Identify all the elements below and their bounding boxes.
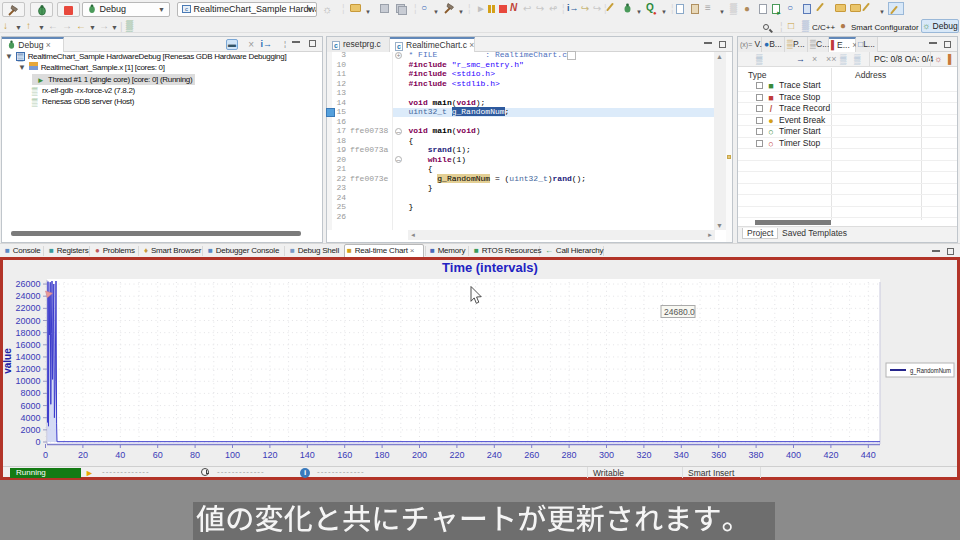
svg-text:0: 0 <box>43 450 48 460</box>
svg-text:18000: 18000 <box>15 328 40 338</box>
svg-text:12000: 12000 <box>15 364 40 374</box>
svg-text:16000: 16000 <box>15 340 40 350</box>
svg-text:value: value <box>3 348 13 374</box>
svg-text:160: 160 <box>337 450 352 460</box>
svg-text:360: 360 <box>711 450 726 460</box>
svg-text:24680.0: 24680.0 <box>664 307 695 317</box>
svg-text:20: 20 <box>78 450 88 460</box>
svg-text:380: 380 <box>749 450 764 460</box>
svg-text:2000: 2000 <box>20 425 40 435</box>
svg-text:60: 60 <box>153 450 163 460</box>
svg-text:180: 180 <box>375 450 390 460</box>
svg-text:24000: 24000 <box>15 291 40 301</box>
svg-text:10000: 10000 <box>15 376 40 386</box>
svg-text:260: 260 <box>524 450 539 460</box>
svg-text:20000: 20000 <box>15 316 40 326</box>
svg-text:200: 200 <box>412 450 427 460</box>
svg-text:26000: 26000 <box>15 279 40 289</box>
svg-text:220: 220 <box>449 450 464 460</box>
svg-text:280: 280 <box>562 450 577 460</box>
svg-text:6000: 6000 <box>20 401 40 411</box>
svg-text:140: 140 <box>300 450 315 460</box>
svg-text:300: 300 <box>599 450 614 460</box>
svg-text:340: 340 <box>674 450 689 460</box>
svg-text:100: 100 <box>225 450 240 460</box>
svg-text:0: 0 <box>35 437 40 447</box>
svg-text:320: 320 <box>636 450 651 460</box>
svg-text:14000: 14000 <box>15 352 40 362</box>
svg-text:40: 40 <box>115 450 125 460</box>
svg-text:g_RandomNum: g_RandomNum <box>910 366 951 375</box>
svg-text:80: 80 <box>190 450 200 460</box>
svg-text:440: 440 <box>861 450 876 460</box>
svg-text:22000: 22000 <box>15 303 40 313</box>
svg-text:240: 240 <box>487 450 502 460</box>
svg-text:400: 400 <box>786 450 801 460</box>
svg-text:420: 420 <box>823 450 838 460</box>
svg-text:120: 120 <box>262 450 277 460</box>
svg-text:4000: 4000 <box>20 413 40 423</box>
svg-text:8000: 8000 <box>20 388 40 398</box>
